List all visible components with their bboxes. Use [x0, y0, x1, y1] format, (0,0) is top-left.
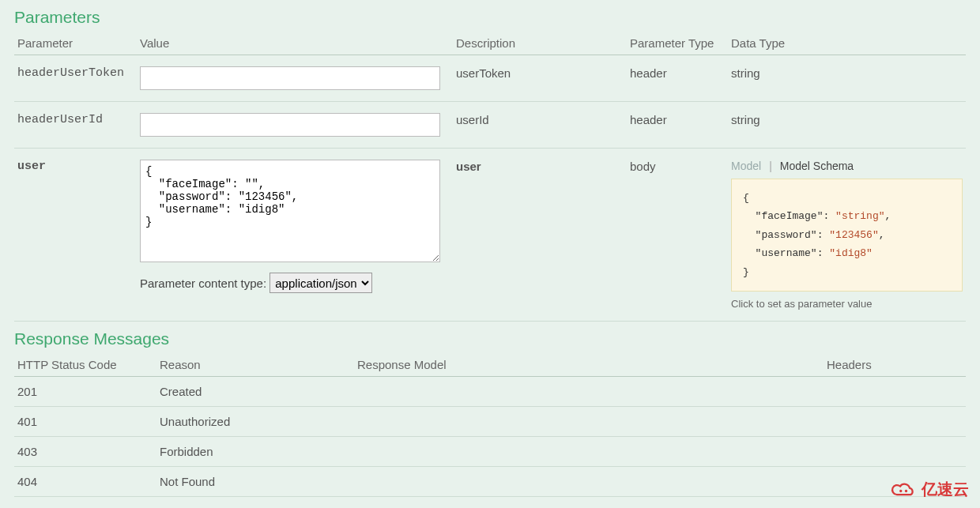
col-reason: Reason: [156, 353, 354, 377]
response-row: 403 Forbidden: [14, 436, 966, 466]
status-reason: Unauthorized: [156, 406, 354, 436]
status-code: 404: [14, 466, 156, 496]
col-status-code: HTTP Status Code: [14, 353, 156, 377]
responses-table: HTTP Status Code Reason Response Model H…: [14, 353, 966, 497]
status-code: 403: [14, 436, 156, 466]
svg-point-1: [905, 489, 907, 491]
status-reason: Created: [156, 376, 354, 406]
param-row: headerUserId userId header string: [14, 102, 966, 149]
cloud-icon: [888, 480, 917, 499]
svg-point-0: [899, 489, 902, 491]
content-type-label: Parameter content type:: [140, 277, 266, 290]
col-response-model: Response Model: [354, 353, 824, 377]
param-description: userId: [453, 102, 627, 149]
model-toggle[interactable]: Model: [731, 160, 761, 172]
col-headers: Headers: [824, 353, 966, 377]
watermark: 亿速云: [888, 479, 969, 500]
param-description: userToken: [453, 55, 627, 102]
param-description: user: [453, 149, 627, 322]
col-data-type: Data Type: [728, 32, 966, 55]
watermark-text: 亿速云: [922, 479, 969, 500]
col-value: Value: [137, 32, 453, 55]
schema-hint: Click to set as parameter value: [731, 298, 963, 310]
param-name: headerUserToken: [14, 55, 137, 102]
param-data-type: string: [728, 102, 966, 149]
model-schema-toggle[interactable]: Model Schema: [780, 160, 854, 172]
status-code: 201: [14, 376, 156, 406]
response-row: 401 Unauthorized: [14, 406, 966, 436]
header-user-token-input[interactable]: [140, 66, 440, 90]
param-row: headerUserToken userToken header string: [14, 55, 966, 102]
param-name: headerUserId: [14, 102, 137, 149]
status-code: 401: [14, 406, 156, 436]
param-row: user { "faceImage": "", "password": "123…: [14, 149, 966, 322]
param-type: header: [627, 102, 728, 149]
model-schema-box[interactable]: { "faceImage": "string", "password": "12…: [731, 179, 963, 292]
status-reason: Forbidden: [156, 436, 354, 466]
parameters-heading: Parameters: [14, 8, 966, 27]
user-body-textarea[interactable]: { "faceImage": "", "password": "123456",…: [140, 160, 440, 262]
col-parameter-type: Parameter Type: [627, 32, 728, 55]
col-parameter: Parameter: [14, 32, 137, 55]
parameters-table: Parameter Value Description Parameter Ty…: [14, 32, 966, 322]
col-description: Description: [453, 32, 627, 55]
content-type-select[interactable]: application/json: [270, 273, 372, 293]
response-row: 201 Created: [14, 376, 966, 406]
param-data-type: string: [728, 55, 966, 102]
response-row: 404 Not Found: [14, 466, 966, 496]
param-name: user: [14, 149, 137, 322]
param-type: header: [627, 55, 728, 102]
status-reason: Not Found: [156, 466, 354, 496]
header-user-id-input[interactable]: [140, 113, 440, 137]
param-type: body: [627, 149, 728, 322]
responses-heading: Response Messages: [14, 329, 966, 348]
